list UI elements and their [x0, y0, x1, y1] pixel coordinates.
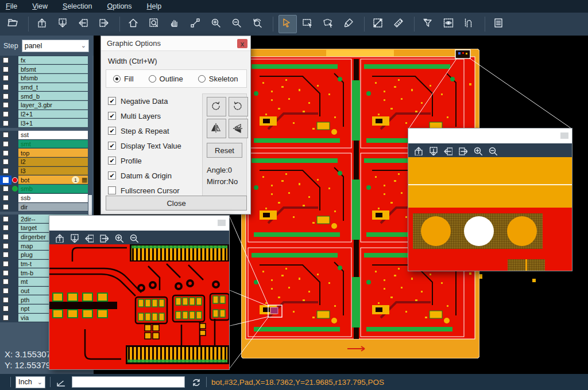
menu-file[interactable]: File	[6, 2, 17, 10]
layer-checkbox[interactable]	[0, 295, 11, 305]
zoom-out-icon[interactable]	[488, 146, 497, 155]
zoom-previous-button[interactable]	[249, 15, 268, 33]
move-right-icon[interactable]	[99, 233, 109, 243]
layer-checkbox[interactable]	[0, 139, 11, 149]
checkbox-box[interactable]	[108, 186, 116, 194]
layer-checkbox[interactable]	[0, 158, 11, 167]
view-box-button[interactable]	[440, 15, 459, 33]
select-cursor-button[interactable]	[278, 15, 297, 33]
layer-checkbox[interactable]	[0, 250, 11, 259]
layer-row-bfsmt[interactable]: bfsmt ▦	[0, 65, 88, 74]
layer-row-l3+1[interactable]: l3+1 ▦	[0, 119, 88, 128]
measure-polyline-button[interactable]	[187, 15, 206, 33]
dialog-checkbox-row[interactable]: ✔ Display Text Value	[108, 138, 181, 153]
sync-icon[interactable]	[191, 377, 202, 388]
layer-row-l3[interactable]: l3 ▦	[0, 166, 88, 176]
layer-checkbox[interactable]	[0, 176, 11, 185]
magnified-pad-detail[interactable]	[408, 157, 572, 271]
rotate-cw-button[interactable]	[207, 97, 226, 116]
layer-checkbox[interactable]	[0, 110, 11, 119]
dialog-checkbox-row[interactable]: ✔ Datum & Origin	[108, 168, 181, 183]
layer-row-ssb[interactable]: ssb ▦	[0, 193, 88, 202]
menu-help[interactable]: Help	[147, 2, 162, 10]
move-up-icon[interactable]	[54, 233, 64, 243]
layer-checkbox[interactable]	[0, 268, 11, 278]
move-right-button[interactable]	[96, 15, 114, 33]
corner-angle-icon[interactable]	[55, 377, 66, 388]
layer-checkbox[interactable]	[0, 166, 11, 176]
layer-row-smt[interactable]: smt ▦	[0, 139, 88, 149]
layer-name[interactable]: bot	[18, 176, 91, 184]
home-view-button[interactable]	[125, 15, 144, 33]
command-input[interactable]	[72, 376, 185, 388]
measure-distance-button[interactable]	[370, 15, 388, 33]
layer-name[interactable]: smd_b	[18, 92, 88, 100]
layer-row-l2[interactable]: l2 ▦	[0, 158, 88, 167]
zoom-out-button[interactable]	[229, 15, 247, 33]
layer-name[interactable]: l2+1	[18, 110, 88, 119]
move-up-button[interactable]	[34, 15, 52, 33]
magnifier-titlebar[interactable]	[408, 128, 572, 143]
layer-checkbox[interactable]	[0, 100, 11, 110]
layer-name[interactable]: smd_t	[18, 83, 88, 92]
flip-horizontal-button[interactable]	[207, 119, 226, 138]
layer-checkbox[interactable]	[0, 193, 11, 202]
layer-row-dir[interactable]: dir ▦	[0, 202, 88, 212]
layer-name[interactable]: dir	[18, 203, 88, 212]
layer-checkbox[interactable]	[0, 241, 11, 251]
checkbox-box[interactable]: ✔	[108, 171, 116, 180]
layer-name[interactable]: bfsmb	[18, 74, 88, 83]
layer-name[interactable]: smt	[18, 140, 88, 149]
step-select[interactable]: panel ⌄	[22, 40, 89, 52]
report-list-button[interactable]	[490, 15, 509, 33]
move-down-icon[interactable]	[428, 146, 438, 155]
layer-checkbox[interactable]	[0, 56, 11, 65]
checkbox-box[interactable]: ✔	[108, 157, 116, 165]
magnified-pcb-detail[interactable]	[49, 244, 229, 369]
zoom-in-icon[interactable]	[473, 146, 482, 155]
layer-name[interactable]: top	[18, 149, 88, 157]
zoom-out-icon[interactable]	[129, 233, 138, 243]
layer-name[interactable]: layer_3.gbr	[18, 101, 88, 110]
dialog-checkbox-row[interactable]: ✔ Profile	[108, 153, 181, 168]
layer-checkbox[interactable]	[0, 185, 11, 194]
layer-checkbox[interactable]	[0, 223, 11, 232]
checkbox-box[interactable]: ✔	[108, 97, 116, 105]
rect-select-button[interactable]	[299, 15, 318, 33]
window-button[interactable]	[560, 132, 568, 139]
ruler-button[interactable]	[390, 15, 409, 33]
zoom-in-button[interactable]	[208, 15, 226, 33]
dialog-checkbox-row[interactable]: ✔ Step & Repeat	[108, 123, 181, 138]
radio-circle[interactable]	[113, 75, 121, 83]
layer-name[interactable]: bfsmt	[18, 65, 88, 73]
layer-row-layer_3.gbr[interactable]: layer_3.gbr ▦	[0, 100, 88, 110]
move-left-icon[interactable]	[443, 146, 452, 155]
layer-row-bot[interactable]: bot 1 ▦	[0, 176, 88, 185]
checkbox-box[interactable]: ✔	[108, 112, 116, 120]
move-down-button[interactable]	[55, 15, 73, 33]
layer-row-top[interactable]: top ▦	[0, 149, 88, 158]
close-icon[interactable]: x	[237, 39, 247, 48]
layer-checkbox[interactable]	[0, 92, 11, 101]
layer-checkbox[interactable]	[0, 259, 11, 268]
layer-checkbox[interactable]	[0, 73, 11, 83]
layer-name[interactable]: sst	[18, 131, 88, 139]
layer-row-sst[interactable]: sst ▦	[0, 131, 88, 140]
reset-button[interactable]: Reset	[207, 143, 242, 158]
layer-name[interactable]: l3	[18, 167, 88, 176]
layer-row-bfsmb[interactable]: bfsmb ▦	[0, 73, 88, 83]
layer-row-l2+1[interactable]: l2+1 ▦	[0, 110, 88, 119]
menu-selection[interactable]: Selection	[63, 2, 92, 10]
radio-circle[interactable]	[198, 75, 206, 83]
layer-checkbox[interactable]	[0, 119, 11, 128]
layer-name[interactable]: l2	[18, 158, 88, 166]
layer-checkbox[interactable]	[0, 83, 11, 92]
move-left-button[interactable]	[75, 15, 94, 33]
move-up-icon[interactable]	[413, 146, 423, 155]
radio-circle[interactable]	[149, 75, 156, 83]
menu-options[interactable]: Options	[107, 2, 131, 10]
open-folder-button[interactable]	[5, 15, 23, 33]
dialog-titlebar[interactable]: Graphic Options x	[101, 36, 250, 51]
close-button[interactable]: Close	[106, 196, 247, 210]
region-select-button[interactable]	[320, 15, 338, 33]
